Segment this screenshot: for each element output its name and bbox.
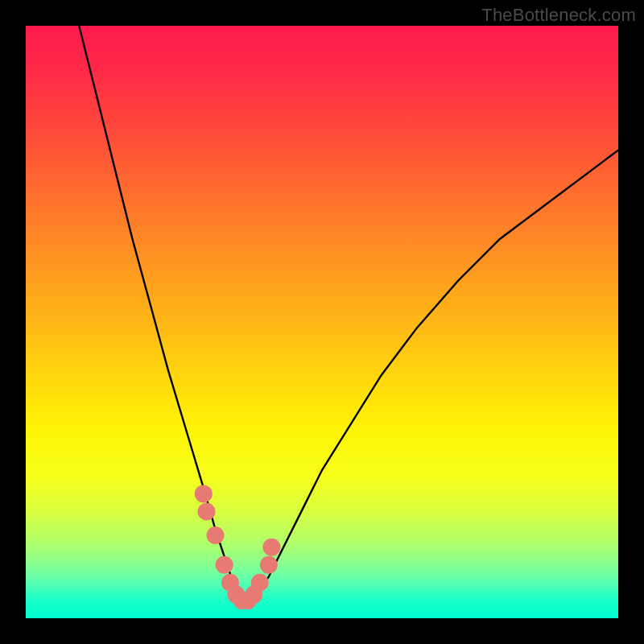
watermark-text: TheBottleneck.com: [481, 5, 636, 26]
highlight-dots-group: [195, 485, 281, 609]
highlight-dot: [198, 503, 216, 521]
bottleneck-curve-line: [79, 26, 618, 601]
highlight-dot: [251, 574, 269, 592]
highlight-dot: [207, 526, 225, 544]
highlight-dot: [262, 539, 280, 556]
bottleneck-curve-svg: [26, 26, 618, 618]
highlight-dot: [260, 556, 278, 574]
chart-container: TheBottleneck.com: [0, 0, 644, 644]
highlight-dot: [195, 485, 213, 502]
highlight-dot: [216, 556, 233, 574]
plot-area: [26, 26, 618, 618]
